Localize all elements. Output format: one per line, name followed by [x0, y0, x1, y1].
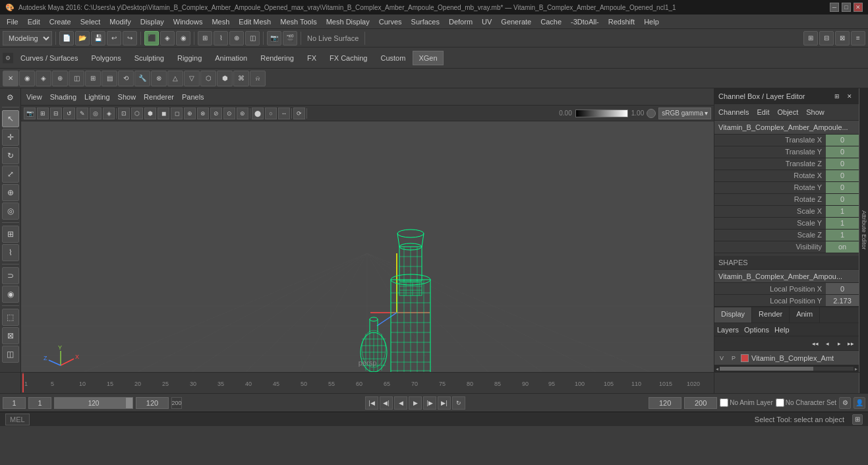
tool-c[interactable]: ◫: [2, 346, 19, 363]
shelf-icon-9[interactable]: ⊗: [151, 71, 167, 86]
undo-btn[interactable]: ↩: [107, 31, 121, 46]
layer-tab-render[interactable]: Render: [752, 307, 790, 323]
shelf-icon-14[interactable]: ⌘: [233, 71, 249, 86]
render-btn[interactable]: 🎬: [283, 31, 297, 46]
select-paint-btn[interactable]: ◉: [176, 31, 190, 46]
snap-point-btn[interactable]: ⊕: [229, 31, 244, 46]
menu-display[interactable]: Display: [136, 16, 168, 27]
layer-arrow-first[interactable]: ◂◂: [810, 338, 821, 349]
menu-edit-mesh[interactable]: Edit Mesh: [235, 16, 275, 27]
menu-modify[interactable]: Modify: [105, 16, 134, 27]
snap-view-btn[interactable]: ◫: [245, 31, 260, 46]
title-bar-controls[interactable]: ─ □ ✕: [830, 3, 863, 12]
menu-mesh[interactable]: Mesh: [208, 16, 233, 27]
pb-step-fwd[interactable]: |▶: [423, 396, 436, 410]
menu-mesh-tools[interactable]: Mesh Tools: [276, 16, 320, 27]
vp-show-menu[interactable]: Show: [118, 93, 136, 101]
pb-step-back[interactable]: ◀|: [380, 396, 393, 410]
channel-translate-z[interactable]: Translate Z 0: [714, 158, 859, 170]
render-icon1[interactable]: ⬤: [252, 108, 264, 119]
ch-val-8[interactable]: 1: [826, 230, 859, 241]
channel-scale-x[interactable]: Scale X 1: [714, 206, 859, 218]
pb-loop-btn[interactable]: ↻: [452, 396, 465, 410]
shelf-icon-12[interactable]: ⬡: [200, 71, 216, 86]
shelf-icon-8[interactable]: 🔧: [134, 71, 150, 86]
shading-btn7[interactable]: ⊗: [197, 108, 209, 119]
timeline-ruler[interactable]: 1 5 10 15 20 25 30 35 40 45 50 55 60 65 …: [21, 373, 714, 393]
menu-uv[interactable]: UV: [478, 16, 496, 27]
lp-val-0[interactable]: 0: [826, 283, 859, 294]
mel-input[interactable]: [35, 414, 749, 425]
new-file-btn[interactable]: 📄: [59, 31, 74, 46]
vp-renderer-menu[interactable]: Renderer: [144, 93, 174, 101]
vp-view-menu[interactable]: View: [26, 93, 42, 101]
shading-btn4[interactable]: ◼: [158, 108, 169, 119]
char-set-checkbox[interactable]: [776, 398, 784, 407]
hscroll-thumb[interactable]: [720, 367, 813, 371]
vp-lighting-menu[interactable]: Lighting: [84, 93, 110, 101]
rotate-icon[interactable]: ⟳: [293, 108, 305, 119]
layout-btn2[interactable]: ⊟: [819, 31, 834, 46]
cb-resize-btn[interactable]: ⊞: [832, 91, 842, 102]
channel-rotate-z[interactable]: Rotate Z 0: [714, 194, 859, 206]
vp-shading-menu[interactable]: Shading: [50, 93, 76, 101]
redo-btn[interactable]: ↪: [123, 31, 137, 46]
shading-btn9[interactable]: ⊙: [223, 108, 235, 119]
menu-select[interactable]: Select: [76, 16, 105, 27]
viewport-canvas[interactable]: X Y Z persp: [21, 121, 714, 372]
settings-icon-top[interactable]: ⚙: [4, 91, 17, 104]
pb-play-back[interactable]: ◀: [394, 396, 407, 410]
paint-tool-btn[interactable]: ◉: [2, 286, 19, 303]
shelf-icon-15[interactable]: ⍾: [250, 71, 266, 86]
layer-menu-layers[interactable]: Layers: [717, 326, 739, 334]
channel-visibility[interactable]: Visibility on: [714, 241, 859, 253]
hscroll-left[interactable]: ◂: [716, 366, 718, 372]
show-grid-btn[interactable]: ⊞: [2, 226, 19, 243]
menu-create[interactable]: Create: [45, 16, 75, 27]
hscroll-track[interactable]: [720, 367, 854, 371]
cam-btn6[interactable]: ◎: [90, 108, 101, 119]
layer-visibility-0[interactable]: V: [717, 354, 726, 363]
layer-arrow-next[interactable]: ▸: [834, 338, 844, 349]
tool-b[interactable]: ⊠: [2, 327, 19, 344]
layer-menu-options[interactable]: Options: [744, 326, 769, 334]
color-gradient-bar[interactable]: [575, 109, 628, 117]
channel-scale-z[interactable]: Scale Z 1: [714, 230, 859, 241]
shading-btn6[interactable]: ⊕: [184, 108, 196, 119]
cam-btn7[interactable]: ◈: [103, 108, 115, 119]
select-mode-btn[interactable]: ⬛: [144, 31, 159, 46]
layer-color-0[interactable]: [741, 354, 749, 362]
shelf-rendering[interactable]: Rendering: [254, 51, 300, 65]
menu-3dto[interactable]: -3DtoAll-: [567, 16, 603, 27]
range-slider-handle[interactable]: [126, 398, 132, 408]
shelf-icon-6[interactable]: ▤: [101, 71, 117, 86]
menu-deform[interactable]: Deform: [445, 16, 477, 27]
cam-btn2[interactable]: ⊞: [37, 108, 49, 119]
shelf-icon-7[interactable]: ⟲: [118, 71, 134, 86]
menu-file[interactable]: File: [3, 16, 22, 27]
anim-layer-checkbox[interactable]: [720, 398, 728, 407]
snap-btn[interactable]: ⌇: [2, 244, 19, 261]
layout-btn1[interactable]: ⊞: [803, 31, 818, 46]
color-circle[interactable]: [647, 109, 656, 118]
tool-a[interactable]: ⬚: [2, 309, 19, 326]
shelf-rigging[interactable]: Rigging: [171, 51, 208, 65]
shelf-animation[interactable]: Animation: [209, 51, 253, 65]
cb-close-btn[interactable]: ✕: [844, 91, 855, 102]
cb-tab-show[interactable]: Show: [806, 107, 825, 117]
shading-btn8[interactable]: ⊘: [210, 108, 222, 119]
save-file-btn[interactable]: 💾: [91, 31, 105, 46]
render-icon3[interactable]: ↔: [278, 108, 290, 119]
ch-val-2[interactable]: 0: [826, 158, 859, 170]
shelf-fx[interactable]: FX: [301, 51, 322, 65]
pb-play-fwd[interactable]: ▶: [409, 396, 422, 410]
menu-edit[interactable]: Edit: [24, 16, 44, 27]
render-icon2[interactable]: ○: [265, 108, 277, 119]
ch-val-6[interactable]: 1: [826, 206, 859, 217]
shading-btn1[interactable]: ⊡: [118, 108, 130, 119]
layer-hscroll[interactable]: ◂ ▸: [714, 365, 859, 372]
move-tool-btn[interactable]: ✛: [2, 129, 19, 146]
ch-val-3[interactable]: 0: [826, 170, 859, 181]
shelf-curves[interactable]: Curves / Surfaces: [14, 51, 84, 65]
cb-tab-channels[interactable]: Channels: [718, 107, 749, 117]
